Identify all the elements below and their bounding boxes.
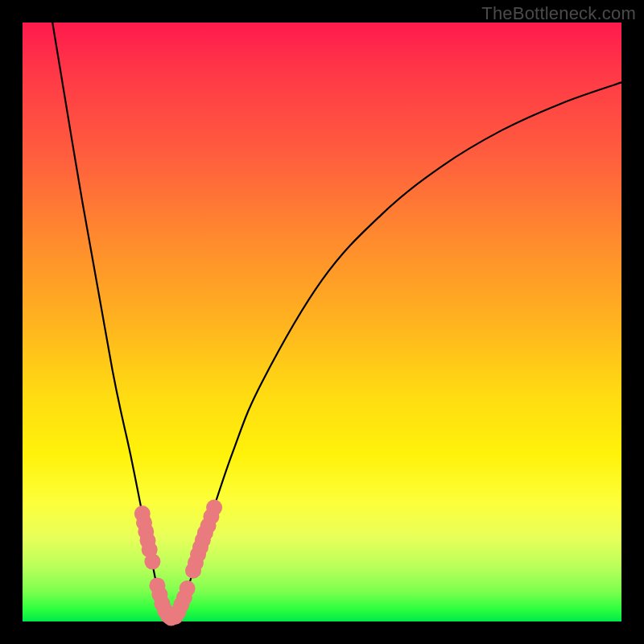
curve-markers (134, 500, 222, 626)
plot-area (23, 23, 621, 621)
chart-frame: TheBottleneck.com (0, 0, 644, 644)
curve-marker (180, 580, 196, 597)
bottleneck-curve (52, 23, 621, 621)
watermark-text: TheBottleneck.com (481, 3, 636, 24)
curve-layer (23, 23, 621, 621)
curve-marker (206, 500, 222, 516)
curve-marker (144, 554, 160, 570)
